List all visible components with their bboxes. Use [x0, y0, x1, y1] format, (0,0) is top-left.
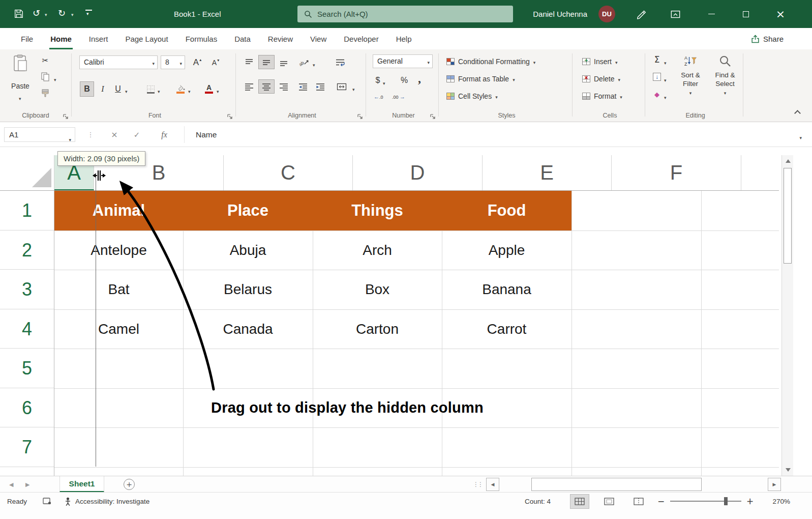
sheet-grid[interactable]: Animal Place Things Food Antelope Abuja …: [54, 191, 779, 476]
redo-button[interactable]: ↻: [58, 8, 66, 18]
zoom-level[interactable]: 270%: [764, 493, 790, 510]
undo-chevron-icon[interactable]: ▾: [45, 12, 47, 17]
center-button[interactable]: [259, 80, 274, 93]
italic-button[interactable]: I: [97, 82, 109, 96]
tab-formulas[interactable]: Formulas: [177, 28, 226, 49]
tab-home[interactable]: Home: [42, 28, 80, 49]
autosum-chevron-icon[interactable]: [664, 57, 667, 67]
fill-color-chevron-icon[interactable]: [188, 86, 191, 95]
alignment-dialog-launcher-icon[interactable]: [357, 112, 363, 119]
decrease-decimal-button[interactable]: .00→: [391, 91, 406, 102]
page-layout-view-button[interactable]: [600, 495, 618, 508]
underline-chevron-icon[interactable]: [125, 86, 128, 95]
vertical-scrollbar-thumb[interactable]: [784, 168, 792, 264]
cell[interactable]: Abuja: [183, 230, 313, 270]
search-box[interactable]: Search (Alt+Q): [297, 6, 513, 22]
share-button[interactable]: Share: [751, 28, 784, 49]
tab-data[interactable]: Data: [226, 28, 259, 49]
orientation-chevron-icon[interactable]: [313, 60, 315, 69]
align-left-button[interactable]: [242, 80, 257, 93]
tab-insert[interactable]: Insert: [80, 28, 117, 49]
clipboard-dialog-launcher-icon[interactable]: [63, 112, 69, 119]
cancel-button[interactable]: ×: [107, 122, 122, 147]
cell[interactable]: Carton: [313, 309, 442, 349]
sort-filter-button[interactable]: AZ Sort & Filter: [674, 52, 707, 97]
row-header-2[interactable]: 2: [0, 230, 54, 270]
insert-function-button[interactable]: fx: [157, 122, 172, 147]
name-box[interactable]: A1: [4, 127, 75, 142]
sheet-tab-sheet1[interactable]: Sheet1: [59, 476, 104, 493]
borders-button[interactable]: [144, 82, 157, 96]
cell[interactable]: Banana: [442, 270, 572, 309]
format-cells-button[interactable]: Format: [582, 90, 622, 102]
maximize-button[interactable]: [730, 0, 762, 28]
cell[interactable]: Box: [313, 270, 442, 309]
top-align-button[interactable]: [242, 55, 257, 69]
copy-chevron-icon[interactable]: [54, 74, 56, 83]
redo-chevron-icon[interactable]: ▾: [71, 12, 74, 17]
number-dialog-launcher-icon[interactable]: [430, 112, 436, 119]
enter-button[interactable]: ✓: [129, 122, 144, 147]
fill-button[interactable]: ↓: [651, 71, 663, 83]
column-resize-cursor-icon[interactable]: [92, 169, 107, 182]
save-button[interactable]: [14, 9, 23, 20]
conditional-formatting-button[interactable]: Conditional Formatting: [446, 55, 535, 68]
increase-decimal-button[interactable]: ←.0: [373, 91, 388, 102]
normal-view-button[interactable]: [570, 495, 589, 508]
paste-button[interactable]: Paste: [6, 51, 35, 104]
merge-center-button[interactable]: [333, 80, 350, 93]
borders-chevron-icon[interactable]: [158, 86, 160, 95]
orientation-button[interactable]: ab: [296, 55, 312, 69]
column-header-c[interactable]: C: [224, 155, 353, 190]
header-cell[interactable]: Animal: [54, 191, 183, 230]
tab-splitter-icon[interactable]: ⋮: [477, 476, 484, 493]
row-header-6[interactable]: 6: [0, 388, 54, 428]
previous-sheet-button[interactable]: ◀: [9, 476, 13, 493]
font-name-select[interactable]: Calibri: [79, 55, 158, 69]
cut-button[interactable]: ✂: [39, 54, 52, 67]
increase-indent-button[interactable]: [313, 80, 328, 93]
next-sheet-button[interactable]: ▶: [25, 476, 29, 493]
bottom-align-button[interactable]: [276, 55, 291, 69]
comma-style-button[interactable]: ,: [414, 72, 425, 85]
tab-page-layout[interactable]: Page Layout: [116, 28, 176, 49]
font-color-button[interactable]: A: [202, 81, 216, 96]
cell[interactable]: Belarus: [183, 270, 313, 309]
header-cell[interactable]: Place: [183, 191, 313, 230]
cell[interactable]: Carrot: [442, 309, 572, 349]
wrap-text-button[interactable]: [330, 55, 350, 69]
scroll-up-icon[interactable]: [786, 159, 791, 163]
percent-style-button[interactable]: %: [398, 74, 410, 87]
font-color-chevron-icon[interactable]: [217, 86, 219, 95]
bold-button[interactable]: B: [80, 82, 94, 96]
page-break-view-button[interactable]: [629, 495, 648, 508]
horizontal-scrollbar-thumb[interactable]: [531, 478, 702, 491]
cell[interactable]: Apple: [442, 230, 572, 270]
column-header-e[interactable]: E: [483, 155, 612, 190]
undo-button[interactable]: ↺: [33, 8, 40, 18]
expand-formula-bar-icon[interactable]: [799, 132, 802, 141]
zoom-out-button[interactable]: −: [657, 493, 665, 510]
vertical-scrollbar[interactable]: [781, 155, 793, 476]
zoom-in-button[interactable]: +: [746, 493, 754, 510]
row-header-1[interactable]: 1: [0, 191, 54, 230]
row-header-5[interactable]: 5: [0, 349, 54, 388]
row-header-3[interactable]: 3: [0, 270, 54, 309]
insert-cells-button[interactable]: + Insert: [582, 55, 618, 68]
scroll-down-icon[interactable]: [786, 468, 791, 472]
count-status[interactable]: Count: 4: [525, 493, 551, 510]
font-dialog-launcher-icon[interactable]: [227, 112, 233, 119]
clear-chevron-icon[interactable]: [664, 92, 667, 101]
name-box-splitter-icon[interactable]: ⋮: [85, 122, 96, 147]
fill-color-button[interactable]: [174, 81, 187, 96]
cell[interactable]: Canada: [183, 309, 313, 349]
align-right-button[interactable]: [276, 80, 291, 93]
header-cell[interactable]: Things: [313, 191, 442, 230]
row-header-7[interactable]: 7: [0, 427, 54, 467]
cell-styles-button[interactable]: Cell Styles: [446, 90, 498, 102]
tab-help[interactable]: Help: [387, 28, 420, 49]
tab-file[interactable]: File: [12, 28, 42, 49]
tab-developer[interactable]: Developer: [335, 28, 387, 49]
autosum-button[interactable]: Σ: [651, 53, 663, 66]
zoom-slider-thumb[interactable]: [724, 497, 728, 505]
